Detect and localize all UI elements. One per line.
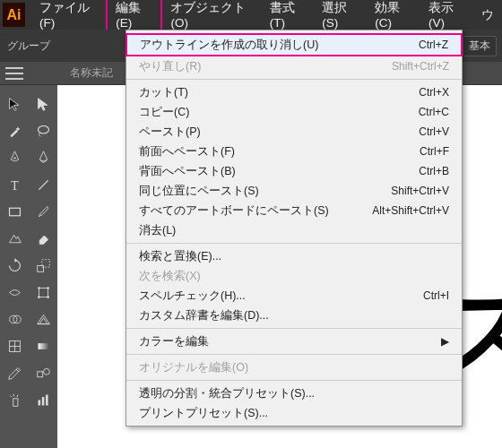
menu-edit-colors[interactable]: カラーを編集▶ bbox=[126, 332, 462, 351]
svg-point-9 bbox=[47, 287, 49, 289]
width-tool[interactable] bbox=[0, 279, 29, 306]
svg-rect-20 bbox=[13, 398, 17, 406]
menu-separator bbox=[126, 328, 462, 329]
scale-tool[interactable] bbox=[29, 252, 57, 279]
pen-tool[interactable] bbox=[0, 144, 29, 171]
menu-redo[interactable]: やり直し(R)Shift+Ctrl+Z bbox=[126, 56, 462, 76]
paintbrush-tool[interactable] bbox=[29, 198, 57, 225]
direct-selection-tool[interactable] bbox=[29, 90, 57, 117]
free-transform-tool[interactable] bbox=[29, 279, 57, 306]
menu-print-preset[interactable]: プリントプリセット(S)... bbox=[126, 403, 462, 423]
eraser-tool[interactable] bbox=[29, 225, 57, 252]
selection-kind-label: グループ bbox=[7, 39, 50, 54]
menu-copy[interactable]: コピー(C)Ctrl+C bbox=[126, 102, 462, 122]
menubar: Ai ファイル(F) 編集(E) オブジェクト(O) 書式(T) 選択(S) 効… bbox=[0, 0, 502, 30]
rectangle-tool[interactable] bbox=[0, 198, 29, 225]
svg-point-8 bbox=[38, 287, 40, 289]
shape-builder-tool[interactable] bbox=[0, 306, 29, 332]
menu-edit-original[interactable]: オリジナルを編集(O) bbox=[126, 358, 462, 377]
style-basic-button[interactable]: 基本 bbox=[463, 36, 497, 56]
menu-find-replace[interactable]: 検索と置換(E)... bbox=[126, 246, 462, 266]
svg-line-3 bbox=[39, 180, 48, 189]
svg-rect-5 bbox=[37, 265, 43, 271]
rotate-tool[interactable] bbox=[0, 252, 29, 279]
svg-text:T: T bbox=[11, 178, 19, 192]
menu-paste-back[interactable]: 背面へペースト(B)Ctrl+B bbox=[126, 161, 462, 181]
panel-menu-icon[interactable] bbox=[5, 67, 23, 80]
menu-separator bbox=[126, 79, 462, 80]
menu-custom-dictionary[interactable]: カスタム辞書を編集(D)... bbox=[126, 306, 462, 325]
menu-cut[interactable]: カット(T)Ctrl+X bbox=[126, 82, 462, 102]
menu-transparency-flatten-preset[interactable]: 透明の分割・統合プリセット(S)... bbox=[126, 383, 462, 403]
svg-point-10 bbox=[38, 296, 40, 298]
menu-paste[interactable]: ペースト(P)Ctrl+V bbox=[126, 122, 462, 142]
submenu-arrow-icon: ▶ bbox=[441, 335, 449, 348]
menu-separator bbox=[126, 380, 462, 381]
menu-paste-front[interactable]: 前面へペースト(F)Ctrl+F bbox=[126, 142, 462, 161]
menu-paste-all-artboards[interactable]: すべてのアートボードにペースト(S)Alt+Shift+Ctrl+V bbox=[126, 201, 462, 220]
edit-menu-dropdown: アウトラインを作成の取り消し(U)Ctrl+Z やり直し(R)Shift+Ctr… bbox=[126, 30, 463, 426]
menu-undo[interactable]: アウトラインを作成の取り消し(U)Ctrl+Z bbox=[126, 33, 463, 56]
svg-point-11 bbox=[47, 296, 49, 298]
menu-paste-in-place[interactable]: 同じ位置にペースト(S)Shift+Ctrl+V bbox=[126, 181, 462, 201]
curvature-tool[interactable] bbox=[29, 144, 57, 171]
menu-separator bbox=[126, 243, 462, 244]
svg-rect-21 bbox=[38, 400, 40, 405]
selection-tool[interactable] bbox=[0, 90, 29, 117]
menu-find-next[interactable]: 次を検索(X) bbox=[126, 266, 462, 286]
line-segment-tool[interactable] bbox=[29, 171, 57, 198]
mesh-tool[interactable] bbox=[0, 332, 29, 359]
shaper-tool[interactable] bbox=[0, 225, 29, 252]
column-graph-tool[interactable] bbox=[29, 386, 57, 413]
symbol-sprayer-tool[interactable] bbox=[0, 386, 29, 413]
type-tool[interactable]: T bbox=[0, 171, 29, 198]
menu-clear[interactable]: 消去(L) bbox=[126, 220, 462, 240]
svg-point-1 bbox=[13, 157, 15, 159]
svg-rect-22 bbox=[41, 397, 44, 405]
blend-tool[interactable] bbox=[29, 359, 57, 386]
svg-rect-17 bbox=[38, 343, 48, 349]
svg-rect-18 bbox=[37, 371, 42, 376]
svg-point-0 bbox=[38, 125, 48, 134]
menu-separator bbox=[126, 354, 462, 355]
eyedropper-tool[interactable] bbox=[0, 359, 29, 386]
gradient-tool[interactable] bbox=[29, 332, 57, 359]
svg-rect-4 bbox=[9, 208, 20, 216]
svg-rect-7 bbox=[39, 288, 48, 297]
svg-point-19 bbox=[43, 368, 49, 375]
magic-wand-tool[interactable] bbox=[0, 117, 29, 144]
menu-window[interactable]: ウ bbox=[473, 2, 502, 29]
document-tab[interactable]: 名称未記 bbox=[70, 65, 113, 81]
tool-palette: T bbox=[0, 85, 57, 448]
svg-rect-23 bbox=[46, 394, 48, 405]
lasso-tool[interactable] bbox=[29, 117, 57, 144]
menu-spell-check[interactable]: スペルチェック(H)...Ctrl+I bbox=[126, 286, 462, 306]
app-logo: Ai bbox=[3, 3, 25, 27]
perspective-grid-tool[interactable] bbox=[29, 306, 57, 332]
